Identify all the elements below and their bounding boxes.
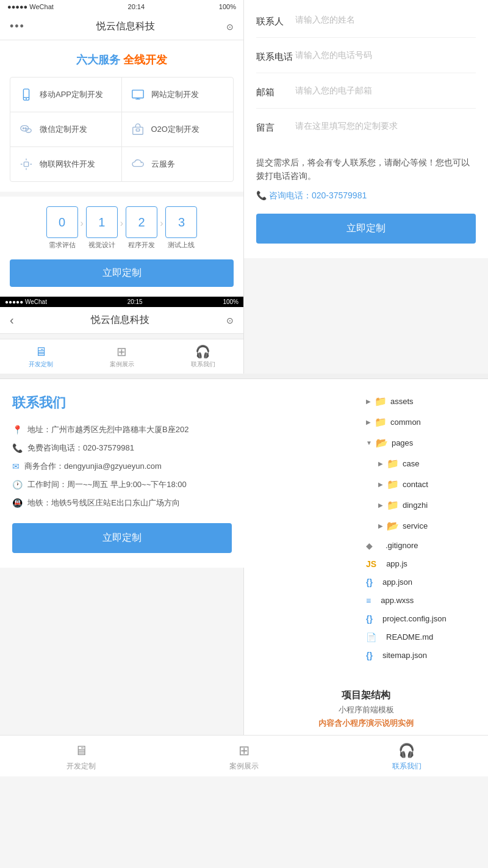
file-name-pages: pages (392, 435, 413, 451)
file-row-contact[interactable]: ▶ 📁 contact (366, 474, 478, 495)
contact-phone: 📞 咨询电话：020-37579981 (256, 190, 476, 201)
file-row-appjs[interactable]: JS app.js (366, 555, 478, 573)
file-row-service[interactable]: ▶ 📂 service (366, 516, 478, 537)
bottom-nav-cases[interactable]: ⊞ 案例展示 (110, 344, 134, 369)
lower-right: ▶ 📁 assets ▶ 📁 common ▼ 📂 pages (244, 379, 488, 735)
bottom-nav-main-develop[interactable]: 🖥 开发定制 (66, 743, 96, 772)
nav-back-icon[interactable]: ‹ (10, 313, 14, 327)
contact-metro-row: 🚇 地铁：地铁5号线区庄站E出口东山广场方向 (12, 497, 232, 508)
customize-button-bottom[interactable]: 立即定制 (12, 523, 232, 553)
file-row-case[interactable]: ▶ 📁 case (366, 454, 478, 474)
file-row-common[interactable]: ▶ 📁 common (366, 412, 478, 433)
email-icon: ✉ (12, 461, 20, 471)
form-row-email: 邮箱 请输入您的电子邮箱 (256, 85, 476, 109)
file-gitignore-icon: ◆ (366, 537, 376, 554)
file-name-dingzhi: dingzhi (403, 497, 428, 513)
step-label-2: 程序开发 (128, 241, 155, 250)
step-number-0: 0 (46, 206, 78, 238)
nav-camera-left[interactable]: ⊙ (226, 22, 234, 32)
bottom-develop-icon: 🖥 (74, 743, 88, 759)
file-tree: ▶ 📁 assets ▶ 📁 common ▼ 📂 pages (366, 391, 478, 665)
folder-assets-icon: 📁 (375, 392, 387, 411)
file-row-projectjson[interactable]: {} project.config.json (366, 610, 478, 628)
lower-left: 联系我们 📍 地址：广州市越秀区先烈中路穗丰大厦B座202 📞 免费咨询电话：0… (0, 379, 244, 735)
folder-pages-icon: 📂 (376, 433, 388, 453)
step-label-0: 需求评估 (49, 241, 76, 250)
contact-tel: 免费咨询电话：020-37579981 (27, 443, 134, 454)
file-name-appwxss: app.wxss (381, 593, 414, 609)
file-tree-section: ▶ 📁 assets ▶ 📁 common ▼ 📂 pages (244, 379, 488, 677)
inner-signal: ●●●●● WeChat (5, 298, 47, 305)
inner-nav-camera[interactable]: ⊙ (226, 316, 234, 325)
nav-title-left: 悦云信息科技 (96, 20, 155, 33)
bottom-nav-contact[interactable]: 🎧 联系我们 (191, 344, 215, 369)
file-row-sitemapjson[interactable]: {} sitemap.json (366, 646, 478, 665)
file-row-gitignore[interactable]: ◆ .gitignore (366, 537, 478, 555)
steps-row: 0 需求评估 › 1 视觉设计 › 2 程序开发 › 3 (10, 206, 234, 250)
contact-metro: 地铁：地铁5号线区庄站E出口东山广场方向 (27, 497, 180, 508)
bottom-nav-contact-label: 联系我们 (191, 360, 215, 369)
bottom-nav-main: 🖥 开发定制 ⊞ 案例展示 🎧 联系我们 (0, 735, 488, 776)
file-json-icon-1: {} (366, 574, 373, 591)
form-input-name[interactable]: 请输入您的姓名 (295, 15, 476, 26)
file-name-sitemapjson: sitemap.json (382, 648, 427, 664)
project-caption-title: 项目架结构 (244, 689, 488, 702)
arrow-assets: ▶ (366, 396, 371, 408)
folder-common-icon: 📁 (375, 413, 387, 432)
project-caption: 项目架结构 小程序前端模板 内容含小程序演示说明实例 (244, 677, 488, 735)
step-label-3: 测试上线 (168, 241, 195, 250)
service-item-3[interactable]: O2O定制开发 (122, 112, 234, 147)
file-row-dingzhi[interactable]: ▶ 📁 dingzhi (366, 495, 478, 516)
contact-email: 商务合作：dengyunjia@gzyueyun.com (24, 461, 162, 472)
customize-button-right[interactable]: 立即定制 (256, 214, 476, 244)
main-container: ●●●●● WeChat 20:14 100% ••• 悦云信息科技 ⊙ 六大服… (0, 0, 488, 776)
step-3: 3 测试上线 (165, 206, 197, 250)
file-name-appjson: app.json (382, 574, 412, 590)
step-number-1: 1 (86, 206, 118, 238)
file-row-pages[interactable]: ▼ 📂 pages (366, 433, 478, 454)
file-name-service: service (403, 518, 428, 534)
arrow-service: ▶ (378, 520, 383, 532)
file-row-readme[interactable]: 📄 README.md (366, 628, 478, 646)
folder-case-icon: 📁 (387, 454, 399, 474)
customize-button-left[interactable]: 立即定制 (10, 259, 234, 287)
signal-left: ●●●●● WeChat (7, 3, 54, 10)
hours-icon: 🕐 (12, 480, 23, 490)
service-item-5[interactable]: 云服务 (122, 147, 234, 181)
service-item-0[interactable]: 移动APP定制开发 (10, 78, 122, 112)
step-0: 0 需求评估 (46, 206, 78, 250)
form-row-phone: 联系电话 请输入您的电话号码 (256, 50, 476, 73)
service-item-2[interactable]: 微信定制开发 (10, 112, 122, 147)
form-label-name: 联系人 (256, 15, 295, 27)
bottom-nav-row: 🖥 开发定制 ⊞ 案例展示 🎧 联系我们 (0, 743, 488, 772)
service-item-4[interactable]: 物联网软件开发 (10, 147, 122, 181)
file-name-case: case (403, 456, 419, 472)
inner-time: 20:15 (127, 298, 143, 305)
arrow-common: ▶ (366, 416, 371, 429)
file-name-common: common (390, 414, 421, 430)
services-title: 六大服务 全线开发 (10, 52, 234, 67)
form-label-message: 留言 (256, 121, 295, 134)
file-row-assets[interactable]: ▶ 📁 assets (366, 391, 478, 412)
service-item-1[interactable]: 网站定制开发 (122, 78, 234, 112)
bottom-nav-main-cases[interactable]: ⊞ 案例展示 (229, 743, 259, 772)
iot-icon (18, 156, 35, 173)
project-caption-desc: 内容含小程序演示说明实例 (244, 718, 488, 729)
contact-tel-row: 📞 免费咨询电话：020-37579981 (12, 443, 232, 454)
file-name-contact: contact (403, 477, 428, 493)
form-input-message[interactable]: 请在这里填写您的定制要求 (295, 121, 476, 132)
svg-point-6 (21, 126, 29, 131)
form-row-name: 联系人 请输入您的姓名 (256, 15, 476, 38)
bottom-nav-main-contact[interactable]: 🎧 联系我们 (392, 743, 422, 772)
step-2: 2 程序开发 (126, 206, 157, 250)
file-row-appwxss[interactable]: ≡ app.wxss (366, 591, 478, 610)
file-row-appjson[interactable]: {} app.json (366, 573, 478, 591)
folder-service-icon: 📂 (387, 516, 399, 536)
svg-rect-11 (136, 129, 140, 131)
file-name-appjs: app.js (386, 556, 407, 572)
bottom-nav-develop[interactable]: 🖥 开发定制 (29, 345, 53, 369)
top-area: ●●●●● WeChat 20:14 100% ••• 悦云信息科技 ⊙ 六大服… (0, 0, 488, 374)
form-input-email[interactable]: 请输入您的电子邮箱 (295, 85, 476, 96)
form-input-phone[interactable]: 请输入您的电话号码 (295, 50, 476, 61)
nav-dots-left[interactable]: ••• (10, 20, 25, 33)
